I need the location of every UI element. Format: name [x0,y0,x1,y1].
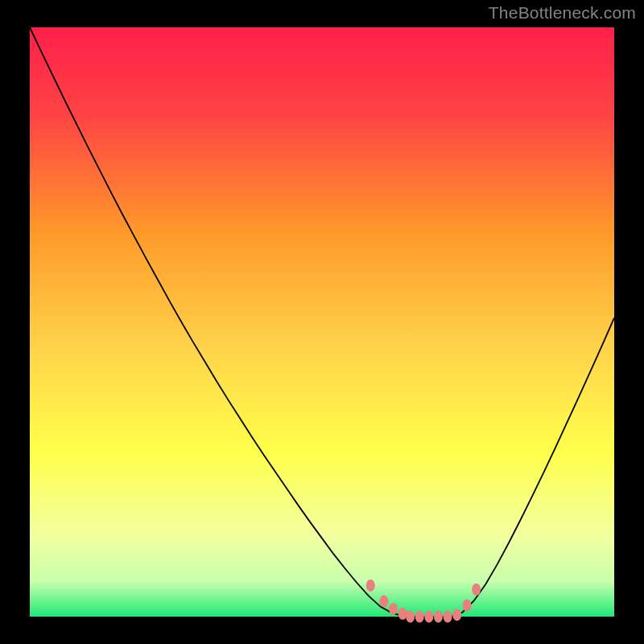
marker-dot [366,580,375,592]
marker-dot [444,611,452,623]
marker-dot [398,608,407,620]
marker-dot [389,603,398,615]
marker-dot [452,609,461,621]
gradient-panel [30,27,614,617]
watermark-text: TheBottleneck.com [489,3,636,23]
chart-container: TheBottleneck.com [0,0,644,644]
marker-dot [472,584,481,596]
marker-dot [406,611,415,623]
marker-dot [424,611,433,623]
marker-dot [434,611,443,623]
marker-dot [415,611,424,623]
marker-dot [379,595,388,607]
marker-dot [463,600,472,612]
bottleneck-chart [0,0,644,644]
